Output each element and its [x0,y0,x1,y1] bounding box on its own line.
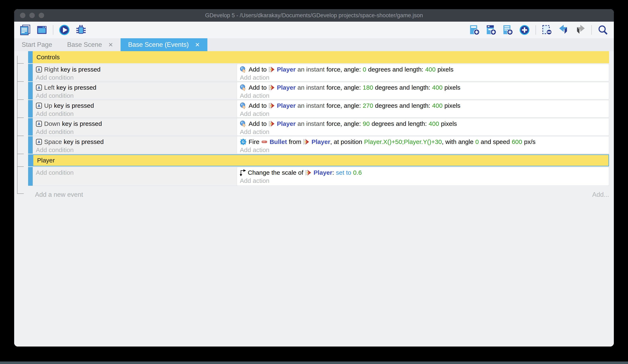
object-name: Player [312,138,330,145]
condition-text[interactable]: A Left key is pressed [36,83,237,92]
tab-label: Base Scene (Events) [128,41,189,49]
action-text[interactable]: G Fire Bullet from Player , at position … [240,137,609,146]
value-angle: 0 [363,66,366,73]
add-more-button[interactable]: Add... [592,191,609,198]
action-label: : [332,169,334,176]
event-group-player[interactable]: Player [28,154,609,166]
search-icon[interactable] [597,24,608,36]
event-row: A Up key is pressed Add condition Add to… [28,100,609,118]
action-text[interactable]: Add to Player an instant force, angle: 0… [240,65,609,74]
tab-base-scene-events[interactable]: Base Scene (Events) ✕ [121,38,207,51]
main-toolbar [14,22,614,38]
project-manager-icon[interactable] [20,24,31,36]
play-preview-icon[interactable] [59,24,70,36]
action-label: px/s [524,138,536,145]
player-sprite-icon [269,121,275,127]
keyboard-key-icon: A [36,84,42,91]
svg-text:A: A [37,85,40,90]
action-label: degrees and length: [375,84,430,91]
conditions-cell: A Right key is pressed Add condition [33,64,237,81]
condition-param: Up [44,102,52,109]
events-sheet: Controls A Right key is pressed Add cond… [14,51,614,347]
condition-label: key is pressed [62,120,102,127]
add-condition-button[interactable]: Add condition [36,110,237,118]
undo-icon[interactable] [558,24,569,36]
tab-start-page[interactable]: Start Page [14,38,60,51]
value-length: 400 [432,84,443,91]
drag-handle[interactable] [28,51,33,63]
add-condition-button[interactable]: Add condition [36,168,237,177]
add-other-event-icon[interactable] [519,24,530,36]
redo-icon[interactable] [575,24,586,36]
add-new-event-button[interactable]: Add a new event [35,191,83,198]
add-event-icon[interactable] [469,24,480,36]
drag-handle[interactable] [28,154,33,166]
action-label: pixels [444,102,460,109]
action-text[interactable]: Add to Player an instant force, angle: 1… [240,83,609,92]
object-name: Player [314,169,332,176]
sheet-footer: Add a new event Add... [28,190,609,199]
action-text[interactable]: Add to Player an instant force, angle: 9… [240,120,609,128]
svg-text:A: A [37,122,40,126]
drag-handle[interactable] [28,64,33,81]
actions-cell: Add to Player an instant force, angle: 9… [237,118,609,135]
action-label: from [289,138,301,145]
add-action-button[interactable]: Add action [240,92,609,99]
condition-text[interactable]: A Up key is pressed [36,101,237,110]
add-action-button[interactable]: Add action [240,146,609,154]
object-name: Bullet [270,138,287,145]
keyboard-key-icon: A [36,103,42,109]
action-label: Add to [249,84,267,91]
action-label: and speed [481,138,510,145]
drag-handle[interactable] [28,82,33,99]
action-label: force, angle: [326,84,361,91]
events-list: Controls A Right key is pressed Add cond… [28,51,609,186]
tab-base-scene[interactable]: Base Scene ✕ [60,38,121,51]
add-action-button[interactable]: Add action [240,74,609,81]
tree-line [17,56,17,193]
drag-handle[interactable] [28,118,33,136]
add-condition-button[interactable]: Add condition [36,128,237,136]
condition-text[interactable]: A Space key is pressed [36,137,237,146]
drag-handle[interactable] [28,100,33,118]
action-label: pixels [441,120,457,127]
fire-bullet-extension-icon: G [240,138,246,145]
group-title[interactable]: Player [33,154,609,166]
actions-cell: Add to Player an instant force, angle: 1… [237,82,609,99]
conditions-cell: A Up key is pressed Add condition [33,100,237,117]
value-length: 400 [425,66,436,73]
add-condition-button[interactable]: Add condition [36,92,237,99]
add-action-button[interactable]: Add action [240,177,609,184]
event-group-controls[interactable]: Controls [28,51,609,63]
conditions-cell: Add condition [33,167,237,185]
group-title[interactable]: Controls [33,51,609,63]
actions-cell: Add to Player an instant force, angle: 2… [237,100,609,117]
add-action-button[interactable]: Add action [240,110,609,117]
close-tab-icon[interactable]: ✕ [195,41,200,48]
action-text[interactable]: Change the scale of Player : set to 0.6 [240,168,609,177]
debug-icon[interactable] [75,24,87,36]
action-label: an instant [298,66,325,73]
add-condition-button[interactable]: Add condition [36,146,237,154]
add-condition-button[interactable]: Add condition [36,74,237,81]
condition-text[interactable]: A Down key is pressed [36,120,237,128]
action-label: force, angle: [326,102,361,109]
tree-tick [17,154,24,154]
action-text[interactable]: Add to Player an instant force, angle: 2… [240,101,609,110]
value-length: 400 [432,102,443,109]
scene-editor-icon[interactable] [36,24,48,36]
desktop-edge [0,362,628,364]
action-label: pixels [444,84,460,91]
delete-selection-icon[interactable] [541,24,553,36]
condition-param: Down [44,120,60,127]
drag-handle[interactable] [28,136,33,154]
drag-handle[interactable] [28,167,33,186]
svg-text:A: A [37,104,40,108]
add-comment-icon[interactable] [502,24,513,36]
add-action-button[interactable]: Add action [240,128,609,135]
close-tab-icon[interactable]: ✕ [108,41,113,48]
add-subevent-icon[interactable] [485,24,497,36]
conditions-cell: A Space key is pressed Add condition [33,136,237,154]
condition-text[interactable]: A Right key is pressed [36,65,237,74]
tree-tick [17,136,24,136]
